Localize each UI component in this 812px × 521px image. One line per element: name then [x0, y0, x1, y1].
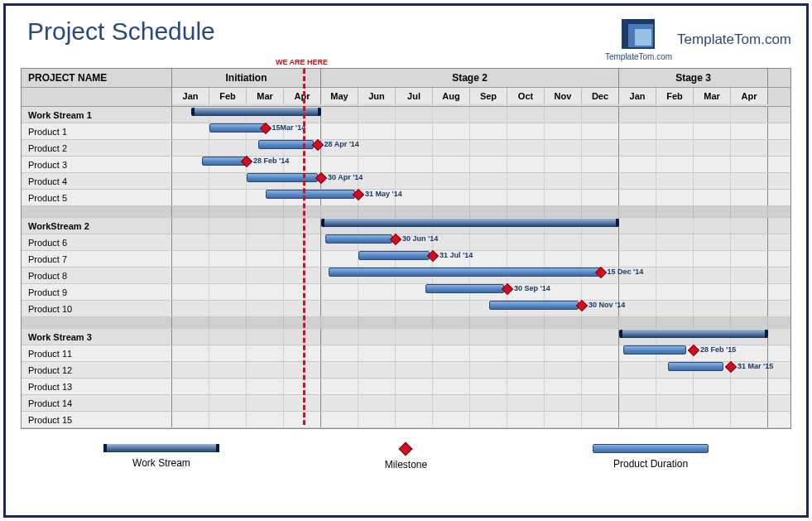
gantt-chart: PROJECT NAME InitiationStage 2Stage 3 Ja… [21, 68, 791, 429]
product-name: Product 9 [22, 284, 172, 300]
gap-row [22, 206, 790, 218]
stream-row: Work Stream 1 [22, 107, 790, 123]
product-name: Product 11 [22, 345, 172, 361]
page-title: Project Schedule [27, 17, 215, 46]
month-header: Apr [731, 88, 768, 104]
month-header: Feb [656, 88, 694, 104]
stream-name: Work Stream 3 [22, 329, 172, 345]
brand-logo-icon [620, 17, 656, 51]
product-name: Product 3 [22, 157, 172, 172]
product-name: Product 4 [22, 173, 172, 189]
product-name: Product 7 [22, 251, 172, 267]
project-name-header: PROJECT NAME [22, 69, 172, 87]
product-row: Product 15 [22, 412, 790, 428]
brand-small-text: TemplateTom.com [605, 52, 672, 61]
month-header: Oct [507, 88, 545, 104]
month-header: Jul [396, 88, 433, 104]
group-header: Initiation [172, 69, 321, 87]
product-name: Product 14 [22, 395, 172, 411]
we-are-here-line [303, 69, 305, 425]
group-header: Stage 2 [321, 69, 619, 87]
legend-milestone: Milestone [385, 444, 427, 470]
legend-workstream-icon [103, 444, 219, 452]
svg-rect-2 [635, 29, 651, 46]
product-row: Product 1 [22, 123, 790, 140]
legend-workstream: Work Stream [103, 444, 219, 470]
product-name: Product 15 [22, 412, 172, 427]
brand: TemplateTom.com TemplateTom.com [605, 17, 791, 61]
month-header: Jun [358, 88, 396, 104]
legend: Work Stream Milestone Product Duration [21, 444, 791, 470]
product-name: Product 8 [22, 268, 172, 283]
product-row: Product 13 [22, 379, 790, 395]
product-name: Product 13 [22, 379, 172, 394]
gantt-rows: Work Stream 1Product 1Product 2Product 3… [22, 107, 790, 428]
month-header: Mar [247, 88, 284, 104]
gap [22, 206, 172, 217]
stream-row: Work Stream 3 [22, 329, 790, 345]
month-header: May [321, 88, 358, 104]
legend-milestone-icon [399, 442, 413, 456]
product-row: Product 6 [22, 234, 790, 251]
product-row: Product 11 [22, 345, 790, 362]
product-row: Product 5 [22, 190, 790, 206]
we-are-here-label: WE ARE HERE [276, 58, 328, 66]
month-header: Jan [619, 88, 656, 104]
product-name: Product 1 [22, 123, 172, 139]
gap [22, 317, 172, 328]
product-row: Product 8 [22, 268, 790, 284]
group-header: Stage 3 [619, 69, 768, 87]
product-row: Product 9 [22, 284, 790, 301]
product-row: Product 12 [22, 362, 790, 379]
product-row: Product 3 [22, 157, 790, 173]
month-header: Jan [172, 88, 209, 104]
month-header: Mar [694, 88, 731, 104]
month-header: Aug [433, 88, 470, 104]
header-months-row: JanFebMarAprMayJunJulAugSepOctNovDecJanF… [22, 88, 790, 107]
header: Project Schedule TemplateTom.com Templat… [21, 17, 791, 61]
month-header: Dec [582, 88, 619, 104]
brand-large-text: TemplateTom.com [677, 31, 791, 48]
product-row: Product 7 [22, 251, 790, 268]
legend-product-icon [593, 444, 709, 453]
product-row: Product 10 [22, 301, 790, 317]
product-name: Product 5 [22, 190, 172, 205]
product-name: Product 10 [22, 301, 172, 316]
product-row: Product 4 [22, 173, 790, 190]
legend-product: Product Duration [593, 444, 709, 470]
month-header: Nov [545, 88, 582, 104]
stream-name: WorkStream 2 [22, 218, 172, 234]
product-row: Product 2 [22, 140, 790, 157]
month-header: Sep [470, 88, 507, 104]
header-groups-row: PROJECT NAME InitiationStage 2Stage 3 [22, 69, 790, 88]
product-row: Product 14 [22, 395, 790, 412]
product-name: Product 2 [22, 140, 172, 156]
product-name: Product 12 [22, 362, 172, 378]
stream-name: Work Stream 1 [22, 107, 172, 123]
stream-row: WorkStream 2 [22, 218, 790, 234]
product-name: Product 6 [22, 234, 172, 250]
month-header: Feb [209, 88, 247, 104]
document-frame: Project Schedule TemplateTom.com Templat… [3, 3, 809, 518]
gap-row [22, 317, 790, 329]
